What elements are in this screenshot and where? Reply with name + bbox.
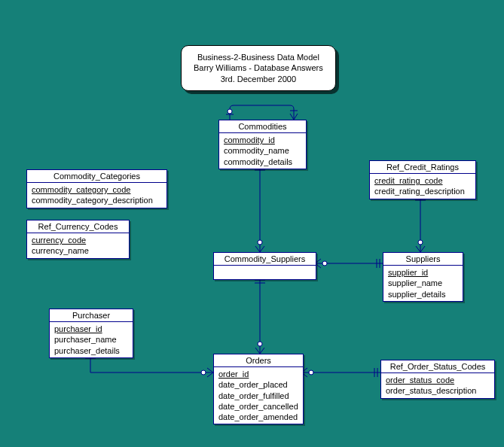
- svg-line-35: [207, 368, 213, 372]
- attr: credit_rating_description: [374, 186, 471, 196]
- svg-line-25: [420, 246, 425, 252]
- svg-line-12: [255, 246, 260, 252]
- svg-point-37: [201, 370, 206, 375]
- entity-header: Commodity_Suppliers: [214, 253, 316, 266]
- entity-header: Orders: [214, 354, 303, 367]
- svg-line-13: [260, 246, 264, 252]
- attr-pk: order_status_code: [386, 375, 490, 385]
- svg-point-5: [228, 109, 232, 114]
- attr-pk: commodity_category_code: [32, 184, 162, 195]
- entity-ref-order-status-codes: Ref_Order_Status_Codes order_status_code…: [380, 360, 495, 399]
- svg-line-31: [260, 348, 264, 354]
- attr: currency_name: [32, 245, 124, 256]
- entity-header: Ref_Currency_Codes: [27, 220, 129, 233]
- attr: commodity_details: [224, 157, 301, 167]
- svg-point-26: [418, 240, 423, 245]
- title-line1: Business-2-Business Data Model: [194, 52, 323, 62]
- entity-suppliers: Suppliers supplier_id supplier_name supp…: [383, 252, 463, 302]
- attr: date_order_fulfilled: [218, 391, 298, 401]
- attr: commodity_category_description: [32, 195, 162, 205]
- attr-pk: credit_rating_code: [374, 175, 471, 186]
- attr: date_order_amended: [218, 412, 298, 422]
- attr-pk: order_id: [218, 369, 298, 379]
- entity-body: order_id date_order_placed date_order_fu…: [214, 367, 303, 424]
- entity-body: currency_code currency_name: [27, 233, 129, 258]
- svg-point-32: [258, 342, 262, 346]
- entity-body: order_status_code order_status_descripti…: [381, 373, 494, 398]
- attr-pk: commodity_id: [224, 135, 301, 145]
- entity-orders: Orders order_id date_order_placed date_o…: [213, 354, 304, 424]
- attr: purchaser_details: [54, 345, 128, 356]
- svg-line-36: [207, 372, 213, 377]
- entity-header: Commodity_Categories: [27, 170, 166, 183]
- entity-body: supplier_id supplier_name supplier_detai…: [383, 266, 463, 301]
- attr: supplier_name: [388, 278, 458, 288]
- attr: commodity_name: [224, 145, 301, 156]
- entity-header: Ref_Order_Status_Codes: [381, 360, 494, 373]
- entity-commodity-suppliers: Commodity_Suppliers: [213, 252, 316, 280]
- attr: date_order_placed: [218, 379, 298, 390]
- entity-header: Commodities: [219, 120, 306, 133]
- entity-header: Ref_Credit_Ratings: [370, 161, 475, 174]
- attr-pk: currency_code: [32, 235, 124, 245]
- svg-line-6: [290, 114, 294, 120]
- entity-body: commodity_category_code commodity_catego…: [27, 183, 166, 208]
- entity-ref-currency-codes: Ref_Currency_Codes currency_code currenc…: [26, 220, 130, 259]
- svg-line-7: [294, 114, 298, 120]
- entity-header: Suppliers: [383, 253, 463, 266]
- attr: purchaser_name: [54, 334, 128, 345]
- svg-line-24: [416, 246, 420, 252]
- svg-point-14: [258, 240, 262, 245]
- attr: supplier_details: [388, 289, 458, 300]
- svg-point-43: [309, 370, 313, 375]
- entity-body: [214, 266, 316, 279]
- entity-commodity-categories: Commodity_Categories commodity_category_…: [26, 169, 167, 208]
- title-line3: 3rd. December 2000: [194, 74, 323, 84]
- entity-commodities: Commodities commodity_id commodity_name …: [218, 120, 307, 169]
- attr-pk: purchaser_id: [54, 324, 128, 334]
- svg-line-30: [255, 348, 260, 354]
- entity-body: credit_rating_code credit_rating_descrip…: [370, 174, 475, 199]
- entity-body: commodity_id commodity_name commodity_de…: [219, 133, 306, 169]
- entity-header: Purchaser: [50, 309, 133, 322]
- attr-pk: supplier_id: [388, 267, 458, 278]
- title-line2: Barry Williams - Database Answers: [194, 62, 323, 73]
- entity-purchaser: Purchaser purchaser_id purchaser_name pu…: [49, 309, 133, 358]
- attr: date_order_cancelled: [218, 401, 298, 412]
- entity-body: purchaser_id purchaser_name purchaser_de…: [50, 322, 133, 357]
- svg-point-20: [322, 261, 327, 266]
- entity-ref-credit-ratings: Ref_Credit_Ratings credit_rating_code cr…: [369, 160, 476, 199]
- diagram-title: Business-2-Business Data Model Barry Wil…: [181, 45, 336, 91]
- attr: order_status_description: [386, 385, 490, 396]
